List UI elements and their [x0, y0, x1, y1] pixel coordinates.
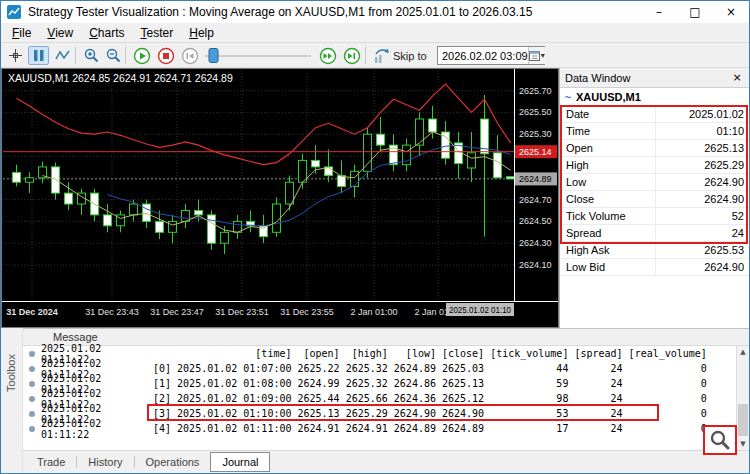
- data-window-row-value: 24: [656, 227, 749, 239]
- chart-grid: [3, 70, 514, 301]
- chart-panel[interactable]: 2625.702625.502625.302624.702624.502624.…: [1, 68, 559, 328]
- minimize-button[interactable]: –: [641, 1, 677, 23]
- journal-scrollbar[interactable]: ▲ ▼: [736, 346, 749, 450]
- annotation-zoom-stamp: [703, 425, 737, 455]
- journal-row[interactable]: 2025.01.02 01:11:22[4] 2025.01.02 01:11:…: [23, 421, 749, 436]
- pause-visualization-button[interactable]: [28, 46, 49, 65]
- menu-tester[interactable]: Tester: [133, 24, 182, 42]
- scroll-up-icon[interactable]: ▲: [737, 348, 749, 356]
- titlebar: Strategy Tester Visualization : Moving A…: [1, 1, 749, 23]
- speed-slider[interactable]: [203, 46, 313, 69]
- data-window-row: Low Bid2624.90: [560, 259, 749, 276]
- step-back-button[interactable]: [179, 46, 200, 65]
- journal-entry-message: [0] 2025.01.02 01:07:00 2625.22 2625.32 …: [153, 363, 707, 374]
- skip-to-label: Skip to: [393, 50, 427, 62]
- tab-operations[interactable]: Operations: [135, 453, 211, 471]
- data-window-row-label: Date: [560, 106, 656, 122]
- chart-symbol-ohlc: XAUUSD,M1 2624.85 2624.91 2624.71 2624.8…: [8, 72, 233, 84]
- svg-text:2625.14: 2625.14: [519, 147, 552, 157]
- zoom-out-button[interactable]: [103, 46, 124, 65]
- close-button[interactable]: ×: [713, 1, 749, 23]
- toolbar-separator: [75, 47, 76, 64]
- ma-blue-line: [108, 145, 511, 226]
- tabbar: TradeHistoryOperationsJournal: [23, 450, 749, 473]
- scroll-down-icon[interactable]: ▼: [737, 440, 749, 448]
- toolbar: Skip to 2026.02.02 03:09 ▾: [1, 43, 749, 68]
- menu-charts[interactable]: Charts: [81, 24, 132, 42]
- skip-to-date-value: 2026.02.02 03:09: [438, 50, 528, 62]
- data-window-row: Close2624.90: [560, 191, 749, 208]
- data-window-row-value: 01:10: [656, 125, 749, 137]
- calendar-dropdown-button[interactable]: ▾: [528, 47, 545, 64]
- magnifier-icon: [709, 429, 731, 451]
- data-window-row-label: Tick Volume: [560, 208, 656, 224]
- journal-entry-icon: [29, 396, 35, 402]
- menubar: FileViewChartsTesterHelp: [1, 23, 749, 43]
- svg-text:2624.30: 2624.30: [519, 238, 552, 248]
- svg-text:XAUUSD,M1 2624.85 2624.91 2624: XAUUSD,M1 2624.85 2624.91 2624.71 2624.8…: [8, 72, 233, 84]
- data-window-row-label: Low: [560, 174, 656, 190]
- data-window-row-label: High Ask: [560, 242, 656, 258]
- ask-price-tag: 2625.14: [515, 145, 557, 158]
- svg-text:2625.70: 2625.70: [519, 86, 552, 96]
- bid-price-tag: 2624.89: [515, 172, 557, 185]
- svg-text:2625.30: 2625.30: [519, 129, 552, 139]
- journal-entry-message: [2] 2025.01.02 01:09:00 2625.44 2625.66 …: [153, 393, 707, 404]
- journal-entry-message: [4] 2025.01.02 01:11:00 2624.91 2624.91 …: [153, 423, 707, 434]
- data-window-row-label: High: [560, 157, 656, 173]
- data-window-row-label: Low Bid: [560, 259, 656, 275]
- data-window-row: Tick Volume52: [560, 208, 749, 225]
- journal-entry-icon: [29, 411, 35, 417]
- toolbox-section: Toolbox Message 2025.01.02 01:11:22 [tim…: [1, 328, 749, 473]
- svg-text:2624.50: 2624.50: [519, 216, 552, 226]
- fast-forward-button[interactable]: [317, 46, 338, 65]
- svg-text:2624.10: 2624.10: [519, 260, 552, 270]
- journal-entry-time: 2025.01.02 01:11:22: [41, 418, 153, 440]
- toolbox-strip: Toolbox: [1, 328, 23, 473]
- chart-svg[interactable]: 2625.702625.502625.302624.702624.502624.…: [2, 69, 558, 327]
- svg-text:31 Dec 23:47: 31 Dec 23:47: [150, 307, 204, 317]
- journal-entry-icon: [29, 351, 35, 357]
- candles: [13, 95, 515, 254]
- skip-to-end-button[interactable]: [341, 46, 362, 65]
- line-chart-button[interactable]: [52, 46, 73, 65]
- svg-text:2624.89: 2624.89: [519, 174, 552, 184]
- scrollbar-thumb[interactable]: [738, 404, 748, 436]
- toolbar-separator: [365, 47, 366, 64]
- journal-entry-message: [1] 2025.01.02 01:08:00 2624.99 2625.32 …: [153, 378, 707, 389]
- chart-axes: [2, 69, 558, 302]
- data-window-close-icon[interactable]: ×: [730, 71, 744, 84]
- toolbar-separator: [125, 47, 126, 64]
- journal-rows: 2025.01.02 01:11:22 [time] [open] [high]…: [23, 346, 749, 436]
- data-window-row: High Ask2625.53: [560, 242, 749, 259]
- data-window-row-value: 2625.53: [656, 244, 749, 256]
- menu-file[interactable]: File: [4, 24, 39, 42]
- data-window-row-label: Open: [560, 140, 656, 156]
- maximize-button[interactable]: □: [677, 1, 713, 23]
- data-window-row-label: Spread: [560, 225, 656, 241]
- menu-help[interactable]: Help: [181, 24, 222, 42]
- window-title: Strategy Tester Visualization : Moving A…: [28, 5, 641, 19]
- tab-trade[interactable]: Trade: [26, 453, 76, 471]
- data-window-row-value: 2624.90: [656, 261, 749, 273]
- start-button[interactable]: [131, 46, 152, 65]
- data-window-panel: Data Window × ~ XAUUSD,M1 Date2025.01.02…: [559, 68, 749, 328]
- stop-button[interactable]: [155, 46, 176, 65]
- journal-entry-icon: [29, 381, 35, 387]
- tab-history[interactable]: History: [77, 453, 133, 471]
- data-window-row: Date2025.01.02: [560, 106, 749, 123]
- skip-to-date-input[interactable]: 2026.02.02 03:09 ▾: [437, 46, 545, 65]
- data-window-row: Time01:10: [560, 123, 749, 140]
- svg-text:31 Dec 23:55: 31 Dec 23:55: [280, 307, 334, 317]
- svg-text:31 Dec 23:51: 31 Dec 23:51: [215, 307, 269, 317]
- data-window-row-value: 2025.01.02: [656, 108, 749, 120]
- data-window-row-value: 52: [656, 210, 749, 222]
- zoom-in-button[interactable]: [81, 46, 102, 65]
- menu-view[interactable]: View: [39, 24, 81, 42]
- calendar-icon: [529, 50, 540, 61]
- tab-journal[interactable]: Journal: [210, 452, 270, 472]
- data-window-row-value: 2625.29: [656, 159, 749, 171]
- crosshair-button[interactable]: [5, 46, 26, 65]
- svg-text:2 Jan 01:00: 2 Jan 01:00: [350, 307, 397, 317]
- data-window-header: Data Window ×: [560, 68, 749, 88]
